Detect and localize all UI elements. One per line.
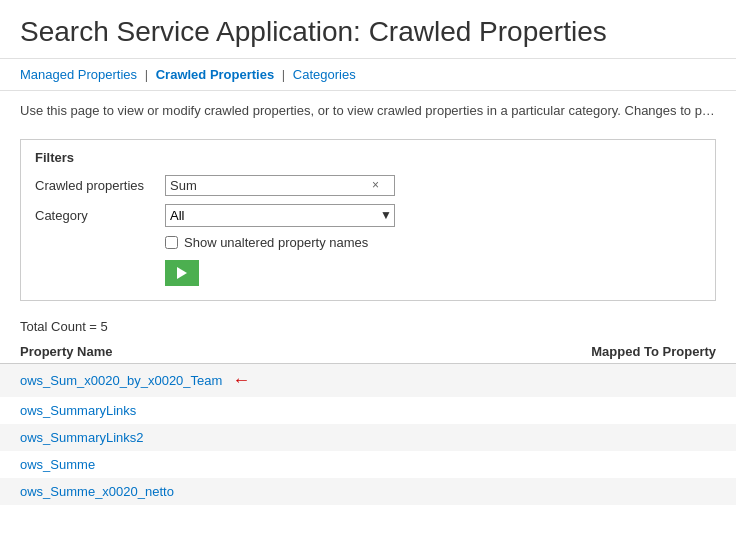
property-name-cell: ows_Summe [0, 451, 457, 478]
category-select-wrap: All ▼ [165, 204, 395, 227]
go-button[interactable] [165, 260, 199, 286]
filters-section: Filters Crawled properties × Category Al… [20, 139, 716, 301]
category-select[interactable]: All [166, 205, 394, 226]
property-cell-content: ows_SummaryLinks [20, 403, 437, 418]
mapped-property-cell [457, 478, 736, 505]
property-cell-content: ows_Summe_x0020_netto [20, 484, 437, 499]
crawled-filter-label: Crawled properties [35, 178, 165, 193]
page-description: Use this page to view or modify crawled … [0, 91, 736, 131]
filters-title: Filters [35, 150, 701, 165]
table-row: ows_Summe_x0020_netto [0, 478, 736, 505]
property-name-cell: ows_Sum_x0020_by_x0020_Team← [0, 363, 457, 397]
mapped-property-cell [457, 451, 736, 478]
col-property-name: Property Name [0, 340, 457, 364]
property-name-link[interactable]: ows_Summe_x0020_netto [20, 484, 174, 499]
table-row: ows_SummaryLinks [0, 397, 736, 424]
mapped-property-cell [457, 424, 736, 451]
nav-managed-properties[interactable]: Managed Properties [20, 67, 137, 82]
results-table: Property Name Mapped To Property ows_Sum… [0, 340, 736, 505]
crawled-properties-input[interactable] [170, 178, 370, 193]
crawled-filter-row: Crawled properties × [35, 175, 701, 196]
property-name-cell: ows_SummaryLinks [0, 397, 457, 424]
total-count: Total Count = 5 [0, 309, 736, 340]
nav-crawled-properties[interactable]: Crawled Properties [156, 67, 275, 82]
property-name-link[interactable]: ows_SummaryLinks2 [20, 430, 144, 445]
nav-bar: Managed Properties | Crawled Properties … [0, 59, 736, 91]
category-filter-row: Category All ▼ [35, 204, 701, 227]
property-name-cell: ows_SummaryLinks2 [0, 424, 457, 451]
property-name-link[interactable]: ows_SummaryLinks [20, 403, 136, 418]
category-filter-label: Category [35, 208, 165, 223]
show-unaltered-label: Show unaltered property names [184, 235, 368, 250]
property-cell-content: ows_Summe [20, 457, 437, 472]
svg-marker-0 [177, 267, 187, 279]
nav-categories[interactable]: Categories [293, 67, 356, 82]
col-mapped-to-property: Mapped To Property [457, 340, 736, 364]
go-arrow-icon [173, 264, 191, 282]
property-cell-content: ows_SummaryLinks2 [20, 430, 437, 445]
crawled-input-wrap: × [165, 175, 395, 196]
property-name-link[interactable]: ows_Summe [20, 457, 95, 472]
mapped-property-cell [457, 397, 736, 424]
property-name-cell: ows_Summe_x0020_netto [0, 478, 457, 505]
property-cell-content: ows_Sum_x0020_by_x0020_Team← [20, 370, 437, 391]
nav-separator-2: | [282, 67, 289, 82]
nav-separator-1: | [145, 67, 152, 82]
show-unaltered-checkbox[interactable] [165, 236, 178, 249]
mapped-property-cell [457, 363, 736, 397]
table-header-row: Property Name Mapped To Property [0, 340, 736, 364]
crawled-clear-button[interactable]: × [370, 178, 381, 192]
property-name-link[interactable]: ows_Sum_x0020_by_x0020_Team [20, 373, 222, 388]
table-row: ows_Sum_x0020_by_x0020_Team← [0, 363, 736, 397]
table-row: ows_SummaryLinks2 [0, 424, 736, 451]
checkbox-row: Show unaltered property names [165, 235, 701, 250]
table-row: ows_Summe [0, 451, 736, 478]
page-title: Search Service Application: Crawled Prop… [0, 0, 736, 59]
row-arrow-indicator: ← [232, 370, 250, 391]
